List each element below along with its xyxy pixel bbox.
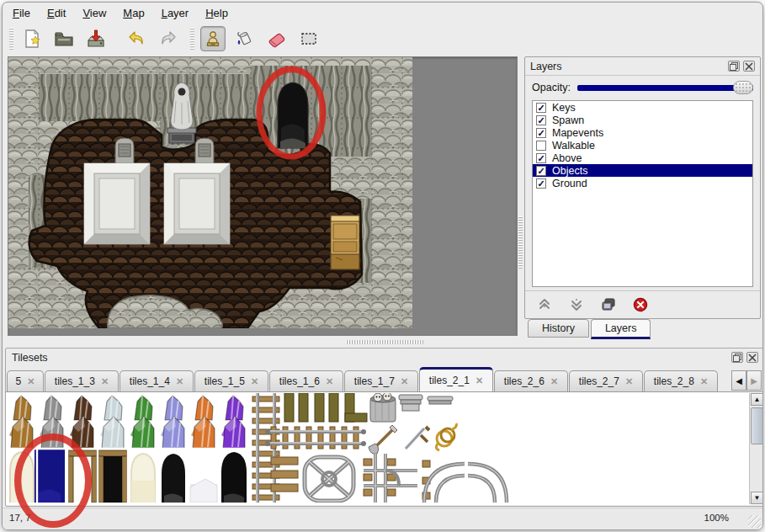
tileset-tab[interactable]: tiles_1_6 ✕ <box>269 370 343 391</box>
move-layer-up-button[interactable] <box>535 295 554 314</box>
tileset-tab[interactable]: tiles_1_4 ✕ <box>120 370 194 391</box>
tileset-render[interactable] <box>7 393 747 503</box>
tileset-tab[interactable]: tiles_1_7 ✕ <box>344 370 418 391</box>
zoom-level: 100% <box>704 513 729 523</box>
open-folder-icon <box>54 29 74 49</box>
altar-platform-left <box>84 163 150 244</box>
delete-icon <box>633 297 648 312</box>
statusbar: 17, 7 100% <box>3 508 762 529</box>
scroll-up-button[interactable]: ▲ <box>751 393 763 406</box>
cursor-tile-coordinates: 17, 7 <box>9 513 31 523</box>
tileset-tab-bar: 5 ✕ tiles_1_3 ✕ tiles_1_4 ✕ tiles_1_5 ✕ … <box>6 366 763 391</box>
layer-visibility-checkbox[interactable]: ✓ <box>536 153 546 163</box>
tab-close-icon[interactable]: ✕ <box>475 375 483 386</box>
layer-visibility-checkbox[interactable]: ✓ <box>536 166 546 176</box>
layer-name: Ground <box>552 178 587 189</box>
layer-visibility-checkbox[interactable]: ✓ <box>536 103 546 113</box>
layer-row[interactable]: ✓ Mapevents <box>533 126 752 139</box>
layer-visibility-checkbox[interactable]: ✓ <box>536 128 546 138</box>
close-panel-button[interactable] <box>743 61 755 72</box>
open-file-button[interactable] <box>51 26 77 51</box>
layer-visibility-checkbox[interactable] <box>536 141 546 151</box>
vertical-splitter[interactable] <box>518 56 524 336</box>
tileset-tab[interactable]: 5 ✕ <box>7 370 44 391</box>
undo-icon <box>126 29 146 49</box>
rail-plank-tile[interactable] <box>271 457 298 492</box>
toolbar-grip[interactable] <box>9 28 13 50</box>
tab-close-icon[interactable]: ✕ <box>401 376 408 387</box>
tileset-tab-label: tiles_1_3 <box>55 375 95 387</box>
window-resize-grip[interactable] <box>748 515 761 528</box>
toolbar-grip[interactable] <box>190 28 194 50</box>
redo-icon <box>158 29 178 49</box>
move-layer-down-button[interactable] <box>567 295 586 314</box>
layer-name: Walkable <box>552 140 595 152</box>
tileset-tab-label: 5 <box>16 375 22 387</box>
altar-platform-right <box>164 163 230 244</box>
dock-tab[interactable]: History <box>528 319 589 338</box>
tileset-tab[interactable]: tiles_2_7 ✕ <box>569 370 643 391</box>
tileset-scrollbar[interactable]: ▲ ▼ <box>749 393 763 504</box>
skull-pillar-tile[interactable] <box>370 393 396 422</box>
stamp-tool-button[interactable] <box>200 26 226 51</box>
tab-scroll-left-button[interactable]: ◀ <box>731 370 746 391</box>
save-file-button[interactable] <box>83 26 109 51</box>
tileset-tab[interactable]: tiles_2_8 ✕ <box>644 370 718 391</box>
delete-layer-button[interactable] <box>631 295 650 314</box>
select-tool-button[interactable] <box>296 26 321 51</box>
layer-name: Above <box>552 152 582 164</box>
scroll-down-button[interactable]: ▼ <box>751 492 763 504</box>
tab-close-icon[interactable]: ✕ <box>550 376 558 387</box>
fill-tool-button[interactable] <box>232 26 258 51</box>
opacity-slider-handle[interactable] <box>733 81 753 94</box>
menu-item[interactable]: File <box>13 7 30 19</box>
layer-visibility-checkbox[interactable]: ✓ <box>536 178 546 189</box>
tab-close-icon[interactable]: ✕ <box>625 376 633 387</box>
tileset-tab-label: tiles_2_8 <box>654 375 694 387</box>
opacity-slider[interactable] <box>577 81 753 94</box>
stamp-icon <box>203 29 223 49</box>
tab-close-icon[interactable]: ✕ <box>326 376 333 387</box>
layer-row[interactable]: ✓ Spawn <box>533 114 752 126</box>
layer-list[interactable]: ✓ Keys ✓ Spawn ✓ Mapevents Walkable ✓ Ab… <box>532 100 753 287</box>
float-panel-button[interactable] <box>731 352 743 363</box>
float-panel-button[interactable] <box>728 61 740 72</box>
menu-item[interactable]: Help <box>205 7 228 19</box>
undo-button[interactable] <box>124 26 149 51</box>
tileset-tab[interactable]: tiles_2_1 ✕ <box>419 367 493 391</box>
tileset-view[interactable]: ▲ ▼ <box>6 391 763 505</box>
dock-tab[interactable]: Layers <box>591 319 651 339</box>
layer-row[interactable]: Walkable <box>533 139 752 152</box>
tileset-tab[interactable]: tiles_1_5 ✕ <box>194 370 268 391</box>
tab-scroll-right-button[interactable]: ▶ <box>746 370 762 391</box>
close-panel-button[interactable] <box>746 352 758 363</box>
tileset-tab-label: tiles_1_4 <box>130 375 170 387</box>
layer-row[interactable]: ✓ Ground <box>533 177 752 189</box>
menu-item[interactable]: Map <box>123 7 144 19</box>
tileset-tab[interactable]: tiles_2_6 ✕ <box>494 370 568 391</box>
tab-close-icon[interactable]: ✕ <box>176 376 183 387</box>
duplicate-layer-button[interactable] <box>599 295 618 314</box>
layer-name: Objects <box>552 165 587 177</box>
tab-close-icon[interactable]: ✕ <box>101 376 109 387</box>
menu-item[interactable]: Layer <box>162 7 189 19</box>
layer-row[interactable]: ✓ Keys <box>533 101 752 114</box>
map-canvas[interactable] <box>8 56 518 336</box>
menu-item[interactable]: View <box>82 7 106 19</box>
scrollbar-thumb[interactable] <box>751 407 763 444</box>
redo-button[interactable] <box>156 26 181 51</box>
new-file-button[interactable] <box>19 26 45 51</box>
layer-row[interactable]: ✓ Above <box>533 152 752 164</box>
tileset-tab[interactable]: tiles_1_3 ✕ <box>45 370 119 391</box>
layers-dock: Layers Opacity: <box>524 56 761 348</box>
layer-row[interactable]: ✓ Objects <box>533 164 752 177</box>
menu-item[interactable]: Edit <box>47 7 66 19</box>
eraser-tool-button[interactable] <box>264 26 290 51</box>
new-file-icon <box>22 29 42 49</box>
tab-close-icon[interactable]: ✕ <box>27 376 35 387</box>
tab-close-icon[interactable]: ✕ <box>700 376 708 387</box>
map-render[interactable] <box>8 57 412 328</box>
layer-visibility-checkbox[interactable]: ✓ <box>536 115 546 125</box>
tab-close-icon[interactable]: ✕ <box>251 376 258 387</box>
layer-name: Keys <box>552 102 576 114</box>
